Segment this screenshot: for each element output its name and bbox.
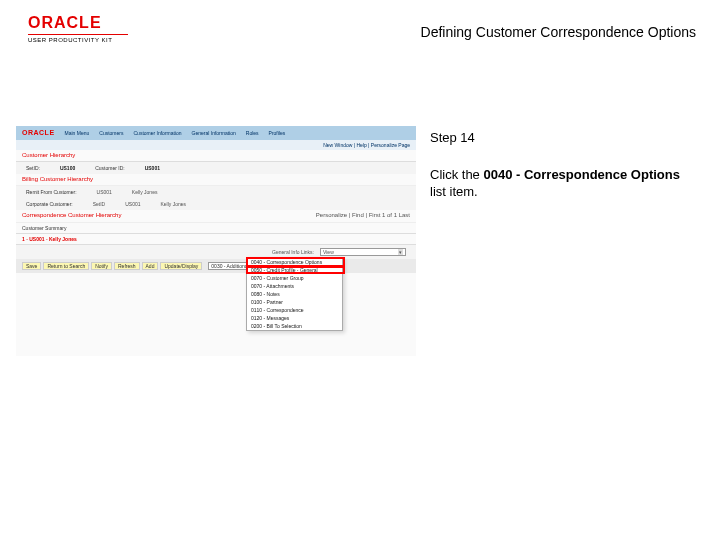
- value-remit-from: US001: [97, 189, 112, 195]
- sub-section: Customer Summary: [16, 223, 416, 234]
- app-screenshot: ORACLE Main Menu Customers Customer Info…: [16, 126, 416, 356]
- list-item[interactable]: 0080 - Notes: [247, 290, 342, 298]
- nav-item[interactable]: Customer Information: [133, 130, 181, 136]
- step-label: Step 14: [430, 130, 690, 145]
- info-row-2b: Corporate Customer: SetID US001 Kelly Jo…: [16, 198, 416, 210]
- step-instruction: Click the 0040 - Correspondence Options …: [430, 167, 690, 201]
- list-item[interactable]: 0110 - Correspondence: [247, 306, 342, 314]
- dropdown-value: View: [323, 249, 334, 255]
- label-corporate-customer: Corporate Customer:: [26, 201, 73, 207]
- label-setid: SetID:: [26, 165, 40, 171]
- add-button[interactable]: Add: [142, 262, 159, 270]
- step-bold: 0040 - Correspondence Options: [483, 167, 680, 182]
- nav-item[interactable]: Main Menu: [65, 130, 90, 136]
- label-customer-id: Customer ID:: [95, 165, 124, 171]
- step-prefix: Click the: [430, 167, 483, 182]
- general-info-label: General Info Links:: [272, 249, 314, 255]
- value-corp-setid: SetID: [93, 201, 106, 207]
- list-item[interactable]: 0070 - Customer Group: [247, 274, 342, 282]
- value-corp-name: Kelly Jones: [161, 201, 187, 207]
- nav-item[interactable]: Profiles: [269, 130, 286, 136]
- list-item[interactable]: 0100 - Partner: [247, 298, 342, 306]
- info-row-1: SetID: US100 Customer ID: US001: [16, 162, 416, 174]
- label-remit-from: Remit From Customer:: [26, 189, 77, 195]
- sub-section-label: Customer Summary: [22, 225, 66, 231]
- logo-block: ORACLE USER PRODUCTIVITY KIT: [28, 14, 128, 43]
- app-oracle-logo: ORACLE: [22, 129, 55, 137]
- logo-subtitle: USER PRODUCTIVITY KIT: [28, 37, 128, 43]
- page-title: Defining Customer Correspondence Options: [421, 24, 696, 40]
- general-info-row: General Info Links: View ▾: [16, 245, 416, 259]
- item-line: 1 - US001 - Kelly Jones: [16, 234, 416, 245]
- dropdown-popup: 0040 - Correspondence Options 0050 - Cre…: [246, 257, 343, 331]
- update-display-button[interactable]: Update/Display: [160, 262, 202, 270]
- oracle-logo: ORACLE: [28, 14, 128, 32]
- subbar-links[interactable]: New Window | Help | Personalize Page: [323, 142, 410, 148]
- heading-correspondence: Correspondence Customer Hierarchy: [22, 212, 121, 219]
- notify-button[interactable]: Notify: [91, 262, 112, 270]
- button-row: Save Return to Search Notify Refresh Add…: [16, 259, 416, 273]
- nav-item[interactable]: General Information: [192, 130, 236, 136]
- tab-customer-hierarchy[interactable]: Customer Hierarchy: [22, 152, 75, 158]
- list-item[interactable]: 0200 - Bill To Selection: [247, 322, 342, 330]
- list-item[interactable]: 0050 - Credit Profile - General: [247, 266, 342, 274]
- nav-item[interactable]: Roles: [246, 130, 259, 136]
- tab-row: Customer Hierarchy: [16, 150, 416, 162]
- app-subbar: New Window | Help | Personalize Page: [16, 140, 416, 150]
- list-item[interactable]: 0120 - Messages: [247, 314, 342, 322]
- value-remit-name: Kelly Jones: [132, 189, 158, 195]
- refresh-button[interactable]: Refresh: [114, 262, 140, 270]
- block-title-billing: Billing Customer Hierarchy: [16, 174, 416, 186]
- value-corp-id: US001: [125, 201, 140, 207]
- app-topnav: ORACLE Main Menu Customers Customer Info…: [16, 126, 416, 140]
- info-row-2a: Remit From Customer: US001 Kelly Jones: [16, 186, 416, 198]
- heading-right-links[interactable]: Personalize | Find | First 1 of 1 Last: [316, 212, 410, 219]
- customer-item[interactable]: 1 - US001 - Kelly Jones: [22, 236, 77, 242]
- chevron-down-icon: ▾: [398, 249, 403, 255]
- save-button[interactable]: Save: [22, 262, 41, 270]
- return-search-button[interactable]: Return to Search: [43, 262, 89, 270]
- logo-underline: [28, 34, 128, 35]
- list-item[interactable]: 0070 - Attachments: [247, 282, 342, 290]
- general-info-dropdown[interactable]: View ▾: [320, 248, 406, 256]
- list-item[interactable]: 0040 - Correspondence Options: [247, 258, 342, 266]
- step-panel: Step 14 Click the 0040 - Correspondence …: [430, 130, 690, 201]
- value-setid: US100: [60, 165, 75, 171]
- step-suffix: list item.: [430, 184, 478, 199]
- value-customer-id: US001: [145, 165, 160, 171]
- nav-item[interactable]: Customers: [99, 130, 123, 136]
- header: ORACLE USER PRODUCTIVITY KIT Defining Cu…: [0, 0, 720, 50]
- block-title-correspondence: Correspondence Customer Hierarchy Person…: [16, 210, 416, 222]
